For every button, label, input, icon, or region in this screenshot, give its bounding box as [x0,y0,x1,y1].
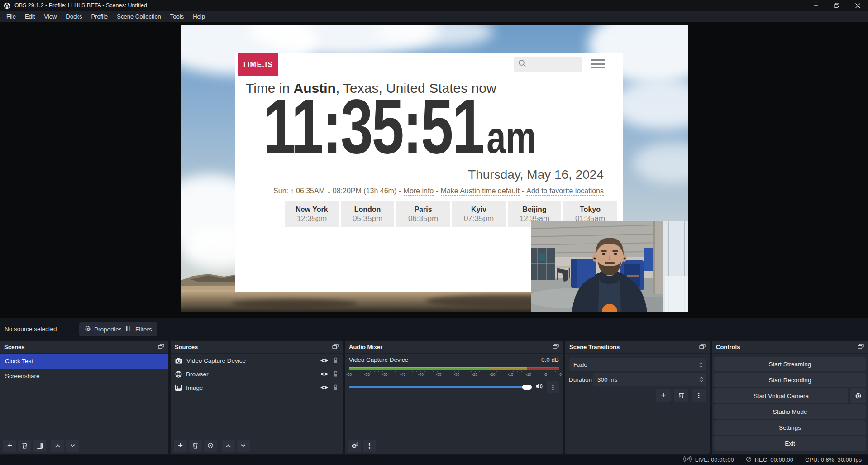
streaming-inactive-icon [683,456,692,464]
duration-label: Duration [569,373,592,386]
status-bar: LIVE: 00:00:00 REC: 00:00:00 CPU: 0.6%, … [0,455,868,465]
sources-panel: Sources Video Capture Device [171,341,343,454]
city-card: London05:35pm [341,201,394,227]
move-source-down-button[interactable] [237,440,250,452]
menu-scene-collection[interactable]: Scene Collection [112,11,166,22]
duration-spinbox[interactable]: 300 ms [593,373,706,386]
filter-icon [37,443,43,449]
studio-mode-button[interactable]: Studio Mode [714,404,866,419]
menu-profile[interactable]: Profile [86,11,112,22]
lock-icon[interactable] [333,384,338,391]
properties-button[interactable]: Properties [79,322,128,336]
menu-tools[interactable]: Tools [166,11,188,22]
transition-select-spinner[interactable] [696,358,706,371]
exit-button[interactable]: Exit [714,436,866,451]
duration-spinner[interactable] [696,373,706,386]
transition-menu-button[interactable]: ⋮ [692,389,706,402]
duration-value: 300 ms [593,376,696,383]
city-card: Paris06:35pm [396,201,450,227]
timeis-search-box [514,57,582,72]
volume-slider[interactable] [349,386,531,388]
virtual-camera-settings-button[interactable] [850,388,866,403]
lock-icon[interactable] [333,357,338,364]
gear-icon [207,442,214,449]
audio-mixer-panel: Audio Mixer Video Capture Device 0.0 dB … [345,341,563,454]
visibility-eye-icon[interactable] [320,358,329,363]
trash-icon [22,442,28,449]
scene-item-screenshare[interactable]: Screenshare [0,369,168,384]
popout-icon[interactable] [858,344,864,350]
city-card: New York12:35pm [285,201,339,227]
visibility-eye-icon[interactable] [320,385,329,390]
menu-view[interactable]: View [39,11,61,22]
transitions-panel-title: Scene Transitions [569,344,620,350]
popout-icon[interactable] [553,344,559,350]
menu-docks[interactable]: Docks [61,11,86,22]
transition-selected-value: Fade [569,361,696,368]
start-recording-button[interactable]: Start Recording [714,373,866,387]
popout-icon[interactable] [158,344,164,350]
restore-button[interactable] [826,0,847,11]
mixer-channel-menu-button[interactable]: ⋮ [547,381,559,393]
source-properties-button[interactable] [204,440,217,452]
start-virtual-camera-button[interactable]: Start Virtual Camera [714,388,848,403]
mixer-menu-button[interactable]: ⋮ [363,440,376,452]
trash-icon [192,442,198,449]
move-scene-up-button[interactable] [51,440,64,452]
move-scene-down-button[interactable] [66,440,79,452]
timeis-logo: TIME.IS [238,53,278,76]
speaker-icon[interactable] [535,383,543,391]
preview-canvas[interactable]: TIME.IS Time in Austin, Texas, United St… [181,25,688,312]
volume-meter [349,367,559,370]
search-icon [518,59,526,69]
chevron-down-icon [699,364,702,367]
add-source-button[interactable]: + [174,440,187,452]
volume-slider-handle[interactable] [522,385,532,390]
hamburger-menu-icon [591,59,605,70]
filters-button[interactable]: Filters [121,322,157,336]
minimize-button[interactable] [806,0,826,11]
popout-icon[interactable] [699,344,706,350]
timeis-clock: 11:35:51 am [263,84,536,169]
controls-panel: Controls Start Streaming Start Recording… [712,341,868,454]
chevron-down-icon [241,442,246,447]
chevron-down-icon [699,379,702,382]
separator: - [399,187,401,196]
gear-icon [855,393,862,399]
remove-transition-button[interactable] [674,389,688,402]
add-scene-button[interactable]: + [3,440,16,452]
window-title: OBS 29.1.2 - Profile: LLHLS BETA - Scene… [14,2,147,9]
preview-dock: TIME.IS Time in Austin, Texas, United St… [0,22,868,317]
sources-panel-title: Sources [175,344,198,350]
sand-mound [231,299,358,308]
popout-icon[interactable] [332,344,339,350]
clock-time: 11:35:51 [263,84,483,169]
source-context-bar: No source selected Properties Filters [0,317,868,340]
obs-logo-icon [4,2,10,9]
transition-select[interactable]: Fade [569,358,706,372]
source-row-video-capture[interactable]: Video Capture Device [171,354,343,367]
menu-help[interactable]: Help [188,11,210,22]
add-transition-button[interactable]: + [656,389,671,402]
close-button[interactable] [847,0,868,11]
move-source-up-button[interactable] [222,440,235,452]
source-row-browser[interactable]: Browser [171,367,343,381]
clock-ampm: am [486,111,536,163]
visibility-eye-icon[interactable] [320,371,329,377]
source-row-image[interactable]: Image [171,381,343,394]
meter-scale: -60 -55 -50 -45 -40 -35 -30 -25 -20 -15 … [346,372,562,377]
lock-icon[interactable] [333,371,338,377]
chevron-up-icon [226,444,231,449]
cpu-status: CPU: 0.6%, 30.00 fps [805,456,862,463]
scene-item-clock-test[interactable]: Clock Test [0,354,168,369]
live-status: LIVE: 00:00:00 [683,456,734,464]
start-streaming-button[interactable]: Start Streaming [714,357,866,371]
scene-filters-button[interactable] [33,440,46,452]
rec-status: REC: 00:00:00 [746,456,793,464]
menu-file[interactable]: File [2,11,20,22]
settings-button[interactable]: Settings [714,420,866,435]
remove-scene-button[interactable] [18,440,31,452]
advanced-audio-button[interactable] [348,440,361,452]
menu-edit[interactable]: Edit [20,11,39,22]
remove-source-button[interactable] [189,440,202,452]
